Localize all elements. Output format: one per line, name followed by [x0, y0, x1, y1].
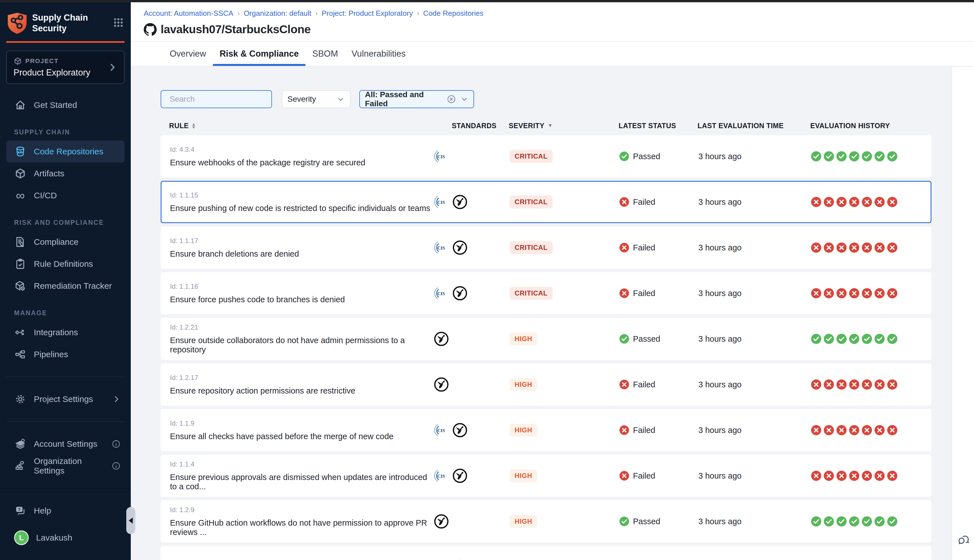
sidebar-item-label: Code Repositories — [34, 147, 103, 156]
svg-text:CIS: CIS — [437, 474, 445, 479]
sidebar-item-remediation-tracker[interactable]: Remediation Tracker — [0, 275, 131, 297]
artifact-box-icon — [14, 167, 27, 180]
user-name: Lavakush — [36, 533, 72, 543]
sidebar-item-label: Remediation Tracker — [34, 281, 112, 291]
table-row[interactable]: Id: 1.1.16 Ensure force pushes code to b… — [161, 272, 931, 314]
compliance-document-icon — [14, 236, 27, 248]
standard-owasp-icon — [452, 240, 468, 255]
column-header-evaluation-history: EVALUATION HISTORY — [810, 122, 931, 130]
standards-cell: CIS — [434, 194, 510, 210]
sidebar-item-label: Account Settings — [34, 439, 97, 449]
breadcrumb-code-repositories[interactable]: Code Repositories — [423, 9, 484, 18]
table-row[interactable]: Id: 1.1.9 Ensure all checks have passed … — [161, 409, 931, 451]
standard-owasp-icon — [452, 285, 468, 301]
x-circle-icon — [849, 288, 859, 298]
sidebar-item-account-settings[interactable]: Account Settings — [0, 433, 131, 455]
app-name: Supply Chain Security — [32, 12, 94, 34]
rule-name: Ensure outside collaborators do not have… — [170, 336, 434, 354]
column-header-severity[interactable]: SEVERITY ▼ — [509, 122, 619, 130]
user-menu[interactable]: L Lavakush — [0, 527, 131, 549]
breadcrumb-account[interactable]: Account: Automation-SSCA — [144, 9, 233, 18]
sort-descending-icon[interactable]: ▼ — [548, 123, 553, 128]
sidebar-item-project-settings[interactable]: Project Settings — [0, 388, 131, 410]
sidebar-item-code-repositories[interactable]: Code Repositories — [6, 140, 125, 163]
help-chat-icon: ? — [14, 505, 27, 517]
severity-filter-dropdown[interactable]: Severity — [282, 90, 350, 108]
table-row[interactable]: Id: 1.1.5 CIS HIGH Failed 3 hours ago — [161, 546, 931, 560]
svg-text:CIS: CIS — [437, 154, 445, 160]
severity-badge: CRITICAL — [510, 287, 553, 300]
x-circle-icon — [874, 380, 885, 390]
latest-status: Failed — [619, 288, 698, 298]
sidebar-item-integrations[interactable]: Integrations — [0, 322, 131, 343]
latest-status: Passed — [619, 517, 698, 526]
latest-status: Failed — [619, 380, 698, 389]
tab-sbom[interactable]: SBOM — [305, 42, 345, 66]
sidebar-item-pipelines[interactable]: Pipelines — [0, 343, 131, 365]
tab-risk-and-compliance[interactable]: Risk & Compliance — [213, 42, 305, 66]
standards-cell: CIS — [434, 149, 510, 164]
standards-cell: CIS — [434, 240, 510, 255]
feedback-chat-icon[interactable] — [957, 533, 970, 548]
x-circle-icon — [862, 243, 872, 253]
status-label: Passed — [633, 152, 660, 161]
table-row[interactable]: Id: 1.2.21 Ensure outside collaborators … — [161, 318, 931, 360]
project-selector[interactable]: PROJECT Product Exploratory — [6, 51, 125, 84]
rules-table: RULE ▲▼ STANDARDS SEVERITY ▼ LATEST STAT… — [161, 118, 931, 560]
table-row[interactable]: Id: 1.2.17 Ensure repository action perm… — [161, 363, 931, 406]
home-icon — [14, 99, 27, 111]
standards-cell: CIS — [434, 422, 510, 438]
table-row[interactable]: Id: 4.3.4 Ensure webhooks of the package… — [161, 135, 931, 177]
check-circle-icon — [849, 151, 859, 162]
svg-text:CIS: CIS — [437, 246, 445, 251]
sidebar-collapse-handle[interactable] — [126, 507, 135, 534]
sidebar-item-label: Project Settings — [34, 394, 93, 404]
check-circle-icon — [862, 516, 872, 527]
evaluation-history — [811, 243, 931, 253]
app-switcher-grid-icon[interactable] — [113, 17, 124, 29]
table-row[interactable]: Id: 1.1.17 Ensure branch deletions are d… — [161, 227, 931, 269]
severity-badge: CRITICAL — [510, 195, 553, 208]
x-circle-icon — [836, 425, 847, 435]
search-input[interactable] — [169, 94, 272, 104]
check-circle-icon — [836, 334, 847, 344]
sidebar-item-help[interactable]: ? Help — [0, 500, 131, 522]
tab-vulnerabilities[interactable]: Vulnerabilities — [345, 42, 412, 66]
sidebar-item-compliance[interactable]: Compliance — [0, 231, 131, 253]
rule-name: Ensure pushing of new code is restricted… — [170, 204, 434, 213]
standards-cell — [434, 331, 510, 347]
clear-filter-icon[interactable] — [447, 94, 456, 104]
last-evaluation-time: 3 hours ago — [698, 289, 811, 298]
latest-status: Failed — [619, 425, 698, 435]
scrollbar-gutter[interactable] — [952, 67, 974, 560]
x-circle-icon — [862, 471, 872, 481]
sidebar-item-rule-definitions[interactable]: Rule Definitions — [0, 253, 131, 275]
sort-icon[interactable]: ▲▼ — [192, 123, 196, 129]
x-circle-icon — [887, 380, 897, 390]
x-circle-icon — [619, 380, 629, 389]
check-circle-icon — [849, 334, 859, 344]
table-row[interactable]: Id: 1.2.9 Ensure GitHub action workflows… — [161, 500, 931, 543]
breadcrumb: Account: Automation-SSCA› Organization: … — [144, 9, 963, 18]
chevron-down-icon — [460, 95, 469, 103]
sidebar-item-organization-settings[interactable]: Organization Settings — [0, 455, 131, 477]
x-circle-icon — [862, 380, 872, 390]
section-label-supply-chain: SUPPLY CHAIN — [0, 128, 131, 136]
x-circle-icon — [874, 243, 885, 253]
tab-overview[interactable]: Overview — [163, 42, 213, 66]
sidebar-item-artifacts[interactable]: Artifacts — [0, 163, 131, 185]
column-header-rule[interactable]: RULE ▲▼ — [161, 122, 433, 130]
sidebar-item-cicd[interactable]: ∞ CI/CD — [0, 185, 131, 207]
breadcrumb-project[interactable]: Project: Product Exploratory — [322, 9, 413, 18]
standard-owasp-icon — [452, 194, 468, 210]
sidebar-item-label: Integrations — [34, 328, 78, 337]
table-row[interactable]: Id: 1.1.15 Ensure pushing of new code is… — [161, 181, 931, 223]
x-circle-icon — [619, 425, 629, 435]
status-filter-dropdown[interactable]: All: Passed and Failed — [359, 90, 474, 108]
sidebar-item-get-started[interactable]: Get Started — [0, 94, 131, 116]
table-row[interactable]: Id: 1.1.4 Ensure previous approvals are … — [161, 455, 931, 497]
latest-status: Failed — [619, 243, 698, 252]
breadcrumb-organization[interactable]: Organization: default — [244, 9, 312, 18]
code-repository-icon — [14, 145, 27, 158]
x-circle-icon — [887, 197, 897, 207]
